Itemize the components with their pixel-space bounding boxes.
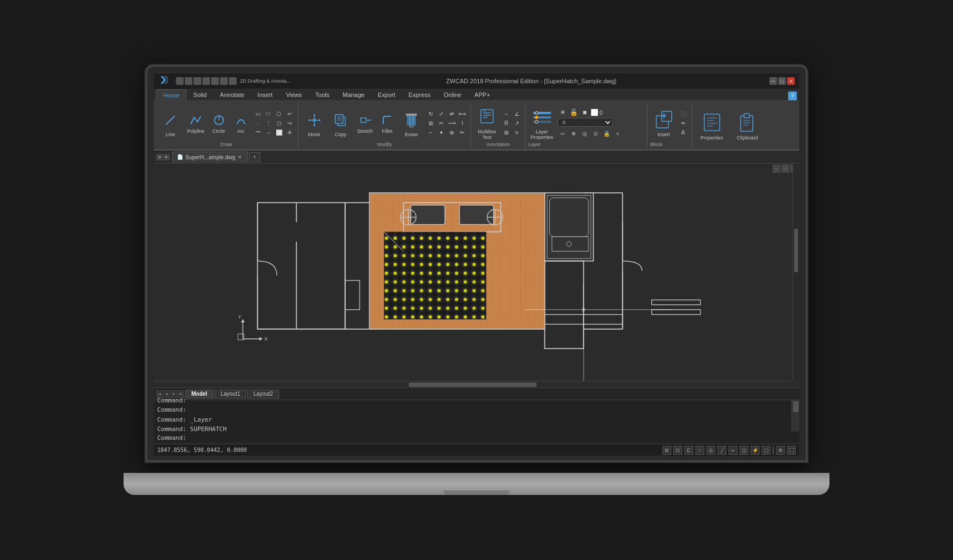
tool-properties[interactable]: Properties — [698, 111, 725, 142]
tool-circle[interactable]: Circle — [209, 111, 229, 135]
status-grid-btn[interactable]: ⊞ — [662, 446, 671, 455]
minimize-button[interactable]: ─ — [769, 77, 777, 85]
status-qp-btn[interactable]: ⚡ — [751, 446, 759, 455]
status-fullscreen-btn[interactable]: ⛶ — [787, 446, 796, 455]
status-osnap-btn[interactable]: ◎ — [706, 446, 715, 455]
status-otrack-btn[interactable]: ╱ — [718, 446, 726, 455]
wipeout-btn[interactable]: ⬜ — [274, 128, 284, 137]
tool-erase[interactable]: Erase — [399, 108, 424, 138]
tool-insert[interactable]: Insert — [652, 108, 676, 138]
tab-insert[interactable]: Insert — [251, 89, 280, 100]
attdef-btn[interactable]: A — [678, 128, 688, 137]
tb-icon-3[interactable] — [194, 77, 201, 85]
viewport-area[interactable]: ─ □ ✕ — [154, 164, 799, 387]
layer-isolate-btn[interactable]: ◎ — [580, 129, 590, 138]
scale-btn[interactable]: ⤢ — [436, 109, 446, 118]
ribbon-help-icon[interactable]: ? — [788, 91, 797, 100]
tool-fillet[interactable]: Fillet — [377, 111, 397, 135]
status-snap-btn[interactable]: ⊡ — [673, 446, 682, 455]
layer-dropdown[interactable]: 0 — [558, 118, 613, 127]
status-ortho-btn[interactable]: ⊏ — [684, 446, 693, 455]
command-input[interactable] — [189, 434, 796, 441]
point-btn[interactable]: · — [253, 119, 263, 127]
redo-btn[interactable]: ↪ — [285, 119, 295, 127]
v-scrollbar[interactable] — [793, 164, 799, 381]
dim-linear-btn[interactable]: ↔ — [501, 109, 511, 118]
pedit-btn[interactable]: ✏ — [457, 128, 467, 137]
dim-style-btn[interactable]: ≡ — [512, 128, 522, 137]
join-btn[interactable]: ⊕ — [447, 128, 457, 137]
tool-clipboard[interactable]: Clipboard — [735, 111, 761, 142]
tool-arc[interactable]: Arc — [231, 111, 251, 135]
h-scroll-thumb[interactable] — [409, 383, 536, 387]
doc-tab-close[interactable]: ✕ — [238, 154, 243, 160]
layer-previous-btn[interactable]: ⇦ — [558, 129, 567, 138]
tab-online[interactable]: Online — [437, 89, 468, 100]
dim-angular-btn[interactable]: ∠ — [512, 109, 522, 118]
cmd-scroll-thumb[interactable] — [793, 401, 799, 412]
tool-move[interactable]: Move — [302, 108, 326, 138]
chamfer-btn[interactable]: ⌐ — [426, 128, 436, 137]
tab-solid[interactable]: Solid — [186, 89, 213, 100]
rectangle-btn[interactable]: ▭ — [253, 109, 263, 118]
tool-layer-properties[interactable]: LayerProperties — [528, 105, 555, 141]
tb-icon-1[interactable] — [176, 77, 184, 85]
tab-home[interactable]: Home — [156, 89, 186, 100]
hatch-btn[interactable]: ⋮ — [264, 119, 274, 127]
table-btn[interactable]: ⊞ — [501, 128, 511, 137]
undo-btn[interactable]: ↩ — [285, 109, 295, 118]
bedit-btn[interactable]: ✏ — [678, 119, 688, 127]
tab-app-plus[interactable]: APP+ — [468, 89, 496, 100]
tb-icon-2[interactable] — [185, 77, 192, 85]
tab-express[interactable]: Express — [402, 89, 437, 100]
spline-btn[interactable]: 〜 — [253, 128, 263, 137]
doc-nav-prev[interactable]: ◂ — [156, 154, 163, 160]
layer-sun-btn[interactable]: ☀ — [558, 108, 567, 117]
tab-tools[interactable]: Tools — [309, 89, 336, 100]
layer-match-btn[interactable]: ≈ — [613, 129, 623, 138]
layer-unisolate-btn[interactable]: ⊙ — [591, 129, 601, 138]
status-polar-btn[interactable]: ○ — [695, 446, 704, 455]
layer-freeze-btn[interactable]: ❄ — [569, 129, 579, 138]
explode-btn[interactable]: ✦ — [436, 128, 446, 137]
tab-views[interactable]: Views — [279, 89, 308, 100]
workspace-dropdown[interactable]: 2D Drafting & Annota... — [240, 78, 291, 84]
doc-tab-active[interactable]: 📄 SuperH...ample.dwg ✕ — [172, 152, 248, 163]
rotate-btn[interactable]: ↻ — [426, 109, 436, 118]
status-sel-btn[interactable]: ▢ — [762, 446, 770, 455]
layer-lock2-btn[interactable]: 🔒 — [602, 129, 612, 138]
break-btn[interactable]: ⌇ — [457, 119, 467, 127]
ray-btn[interactable]: → — [264, 128, 274, 137]
layer-color-btn[interactable]: ■ — [580, 108, 590, 117]
tool-mtext[interactable]: A MultilineText — [475, 105, 499, 141]
tb-icon-6[interactable] — [220, 77, 228, 85]
dim-radius-btn[interactable]: R — [501, 119, 511, 127]
layer-lock-btn[interactable]: 🔓 — [569, 108, 579, 117]
tb-icon-4[interactable] — [202, 77, 210, 85]
tb-icon-7[interactable] — [229, 77, 237, 85]
tab-manage[interactable]: Manage — [336, 89, 371, 100]
close-button[interactable]: ✕ — [787, 77, 795, 85]
region-btn[interactable]: ◻ — [274, 119, 284, 127]
doc-nav-next[interactable]: ▸ — [163, 154, 170, 160]
tool-copy[interactable]: Copy — [329, 108, 353, 138]
maximize-button[interactable]: □ — [778, 77, 786, 85]
tb-icon-5[interactable] — [211, 77, 219, 85]
extend-btn[interactable]: ⟶ — [447, 119, 457, 127]
ellipse-btn[interactable]: ⬭ — [264, 109, 274, 118]
tool-stretch[interactable]: Stretch — [355, 111, 376, 135]
trim-btn[interactable]: ✂ — [436, 119, 446, 127]
create-block-btn[interactable]: ⬛ — [678, 109, 688, 118]
new-tab-btn[interactable]: + — [249, 152, 260, 162]
v-scroll-thumb[interactable] — [794, 229, 798, 272]
status-settings-btn[interactable]: ⚙ — [776, 446, 785, 455]
xline-btn[interactable]: ✛ — [285, 128, 295, 137]
dim-leader-btn[interactable]: ↗ — [512, 119, 522, 127]
tab-annotate[interactable]: Annotate — [213, 89, 251, 100]
status-lwt-btn[interactable]: ═ — [729, 446, 737, 455]
tool-line[interactable]: Line — [158, 108, 183, 138]
polygon-btn[interactable]: ⬡ — [274, 109, 284, 118]
mirror-btn[interactable]: ⇌ — [447, 109, 457, 118]
status-tmode-btn[interactable]: ◫ — [740, 446, 748, 455]
tab-export[interactable]: Export — [371, 89, 402, 100]
